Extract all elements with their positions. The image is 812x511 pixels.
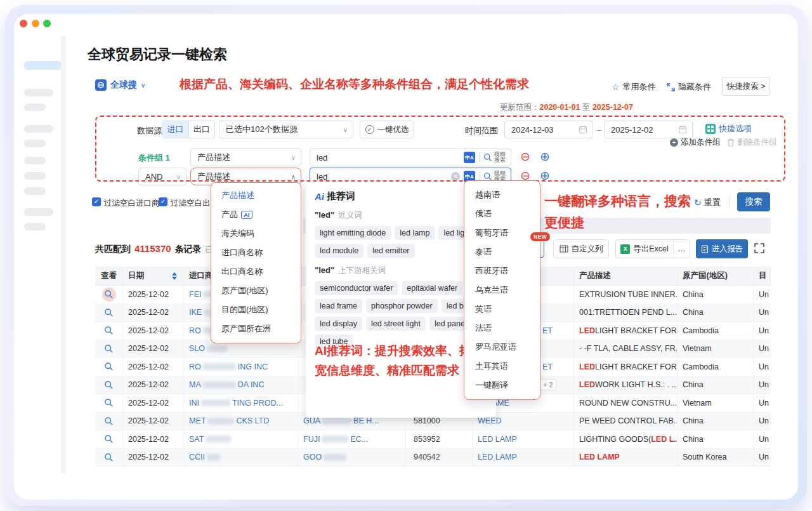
cell-importer[interactable]: ROING INC [184, 358, 298, 376]
view-button[interactable] [95, 286, 123, 303]
hide-conditions-button[interactable]: 隐藏条件 [667, 81, 711, 93]
cell-description: - -F TLA, CABLE ASSY, FR... [574, 340, 678, 358]
redacted-text [207, 345, 227, 352]
filter-highlight-box [95, 116, 785, 182]
field-option[interactable]: 原产国(地区) [211, 281, 301, 300]
view-button[interactable] [95, 322, 123, 340]
field-option[interactable]: 出口商名称 [211, 262, 301, 281]
minimize-dot[interactable] [32, 20, 39, 27]
suggestion-tag[interactable]: led street light [366, 317, 426, 331]
filter-blank-exporter-checkbox[interactable]: ✓ [159, 197, 167, 206]
redacted-text [206, 435, 231, 442]
search-button[interactable]: 搜索 [737, 192, 770, 211]
enter-report-label: 进入报告 [712, 244, 743, 255]
language-option[interactable]: 土耳其语 [464, 357, 540, 376]
view-button[interactable] [95, 449, 123, 467]
suggestion-tag[interactable]: led display [315, 317, 362, 331]
view-icon [104, 380, 114, 390]
section-label: 近义词 [338, 211, 362, 220]
scope-label: 全球搜 [110, 79, 137, 91]
suggestion-tag[interactable]: light emitting diode [315, 226, 391, 240]
skeleton-bar [24, 140, 46, 147]
view-icon [104, 362, 114, 371]
language-option[interactable]: 一键翻译 [464, 376, 540, 395]
ai-logo: Ai [315, 191, 324, 202]
view-button[interactable] [95, 358, 123, 376]
cell-destination: Un [754, 430, 771, 448]
language-option[interactable]: 乌克兰语 [464, 281, 540, 300]
close-dot[interactable] [20, 20, 27, 27]
language-option[interactable]: 俄语 [464, 204, 540, 223]
view-button[interactable] [95, 430, 123, 448]
quick-search-button[interactable]: 快捷搜索 > [722, 77, 770, 96]
enter-report-button[interactable]: 进入报告 [696, 239, 748, 258]
field-option[interactable]: 进口商名称 [211, 243, 301, 262]
fullscreen-icon[interactable] [754, 242, 765, 254]
suggestion-tag[interactable]: led module [315, 244, 363, 258]
more-keywords-badge[interactable]: + 2 [540, 379, 556, 390]
cell-exporter[interactable]: FUJIEC... [298, 430, 406, 448]
cell-keyword[interactable]: LED LAMP [473, 430, 574, 448]
customize-columns-button[interactable]: 自定义列 [553, 239, 609, 258]
table-row: 2025-12-02 CCII GOO 940542 LED LAMP LED … [95, 449, 771, 467]
view-button[interactable] [95, 413, 123, 430]
cell-origin: Cambodia [678, 358, 754, 376]
language-option[interactable]: 越南语 [464, 185, 540, 204]
field-option[interactable]: 产品描述 [211, 186, 301, 205]
view-button[interactable] [95, 376, 123, 394]
column-header: 原产国(地区) [678, 267, 754, 285]
suggestion-tag[interactable]: phosphor powder [366, 299, 438, 313]
language-option[interactable]: 罗马尼亚语 [464, 338, 540, 357]
refresh-icon: ↻ [694, 197, 702, 208]
term: "led" [315, 210, 334, 220]
suggestion-tag[interactable]: epitaxial wafer [402, 281, 462, 295]
ai-badge: AI [241, 211, 252, 219]
cell-description: EXTRUSION TUBE INNER... [574, 286, 678, 303]
export-excel-button[interactable]: X 导出Excel [616, 244, 673, 255]
cell-importer[interactable]: INITING PROD... [184, 394, 298, 412]
cell-description: LED WORK LIGHT H.S.: . .... [574, 376, 678, 394]
field-option[interactable]: 目的国(地区) [211, 300, 301, 319]
filter-blank-importer-checkbox[interactable]: ✓ [92, 197, 101, 206]
column-header[interactable]: 日期 [123, 267, 184, 285]
suggestion-tag[interactable]: led emitter [367, 244, 414, 258]
reset-button[interactable]: ↻ 重置 [694, 197, 721, 208]
maximize-dot[interactable] [43, 20, 51, 27]
view-button[interactable] [95, 340, 123, 358]
columns-icon [560, 244, 568, 253]
language-option[interactable]: 法语 [464, 319, 540, 338]
field-option[interactable]: 海关编码 [211, 224, 301, 243]
suggestion-tag[interactable]: led lamp [395, 226, 435, 240]
cell-importer[interactable]: SAT [184, 430, 298, 448]
cell-keyword[interactable]: LED LAMP [473, 449, 574, 467]
page-title: 全球贸易记录一键检索 [88, 45, 227, 64]
language-option[interactable]: 葡萄牙语 [464, 223, 540, 242]
cell-importer[interactable]: METCKS LTD [184, 413, 298, 430]
favorite-conditions-button[interactable]: ☆ 常用条件 [612, 81, 656, 93]
related-section-label: "led"上下游相关词 [315, 265, 487, 276]
more-actions-button[interactable]: … [673, 240, 690, 258]
suggestion-tag[interactable]: semiconductor wafer [315, 281, 398, 295]
language-option[interactable]: 西班牙语 [464, 262, 540, 281]
cell-exporter[interactable]: GOO [298, 449, 406, 467]
update-to-date: 2025-12-07 [593, 103, 633, 112]
suggestion-tag[interactable]: lead frame [315, 299, 362, 313]
synonym-tags: light emitting diodeled lampled lighled … [315, 226, 487, 258]
view-button[interactable] [95, 394, 123, 412]
view-icon [104, 308, 114, 317]
view-button[interactable] [95, 304, 123, 322]
search-scope-selector[interactable]: 全球搜 ∨ [95, 79, 145, 91]
annotation-ai: AI推荐词：提升搜索效率、拓宽信息维度、精准匹配需求 [315, 341, 475, 380]
field-option[interactable]: 原产国所在洲 [211, 319, 301, 338]
language-option[interactable]: 泰语 [464, 242, 540, 262]
cell-importer[interactable]: CCII [184, 449, 298, 467]
cell-date: 2025-12-02 [123, 394, 184, 412]
update-range-label: 更新范围： [500, 103, 540, 112]
cell-importer[interactable]: MADA INC [184, 376, 298, 394]
cell-date: 2025-12-02 [123, 358, 184, 376]
language-option[interactable]: 英语 [464, 300, 540, 319]
cell-date: 2025-12-02 [123, 430, 184, 448]
view-icon [104, 453, 114, 462]
field-option[interactable]: 产品AI [211, 205, 301, 224]
sort-icon[interactable] [172, 272, 177, 280]
